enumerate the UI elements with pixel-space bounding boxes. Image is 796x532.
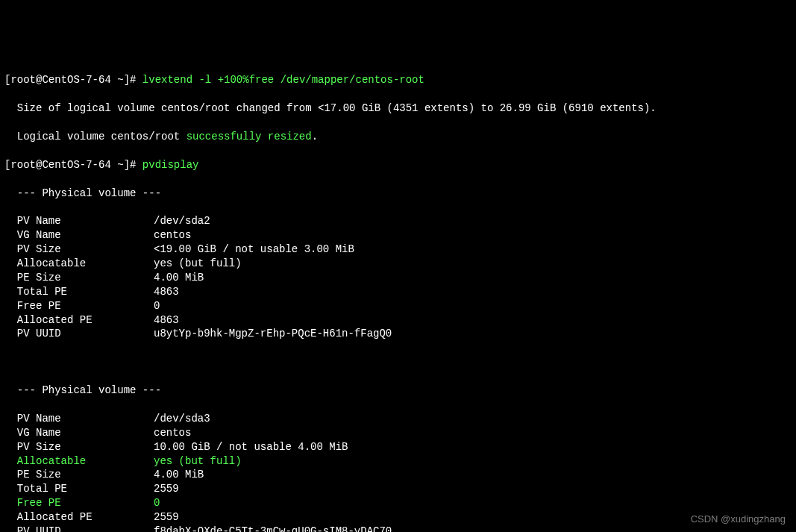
pv1-block: PV Name/dev/sda2 VG Namecentos PV Size<1… bbox=[4, 214, 792, 341]
pv-row: PV Name/dev/sda3 bbox=[4, 412, 792, 426]
pv-header: --- Physical volume --- bbox=[4, 384, 792, 398]
output-line: Logical volume centos/root bbox=[4, 131, 187, 143]
watermark: CSDN @xudingzhang bbox=[691, 513, 786, 526]
command-2: pvdisplay bbox=[142, 159, 199, 171]
shell-prompt: [root@CentOS-7-64 ~]# bbox=[4, 159, 136, 171]
pv-row: Allocatableyes (but full) bbox=[4, 454, 792, 469]
pv-row: Free PE0 bbox=[4, 496, 792, 510]
pv-row: VG Namecentos bbox=[4, 426, 792, 440]
pv-row: PV Name/dev/sda2 bbox=[4, 214, 792, 228]
pv-row: Allocated PE2559 bbox=[4, 510, 792, 525]
pv-row: PV UUIDu8ytYp-b9hk-MgpZ-rEhp-PQcE-H61n-f… bbox=[4, 327, 792, 341]
pv-row: PV Size10.00 GiB / not usable 4.00 MiB bbox=[4, 440, 792, 454]
pv-header: --- Physical volume --- bbox=[4, 187, 792, 201]
pv-row: Allocated PE4863 bbox=[4, 313, 792, 328]
pv-row: PV UUIDf8dahX-OXde-C5Tt-3mCw-qU0G-sIM8-y… bbox=[4, 525, 792, 532]
pv-row: Total PE2559 bbox=[4, 482, 792, 496]
pv-row: PE Size4.00 MiB bbox=[4, 271, 792, 285]
output-line: Size of logical volume centos/root chang… bbox=[4, 101, 792, 116]
pv-row: PE Size4.00 MiB bbox=[4, 468, 792, 482]
command-1: lvextend -l +100%free /dev/mapper/centos… bbox=[142, 74, 424, 86]
terminal-output: [root@CentOS-7-64 ~]# lvextend -l +100%f… bbox=[4, 60, 792, 532]
success-text: successfully resized bbox=[187, 131, 312, 143]
blank-line bbox=[4, 355, 792, 369]
pv-row: VG Namecentos bbox=[4, 228, 792, 242]
shell-prompt: [root@CentOS-7-64 ~]# bbox=[4, 74, 136, 86]
pv-row: Allocatableyes (but full) bbox=[4, 257, 792, 271]
pv2-block: PV Name/dev/sda3 VG Namecentos PV Size10… bbox=[4, 412, 792, 532]
pv-row: Total PE4863 bbox=[4, 285, 792, 299]
pv-row: PV Size<19.00 GiB / not usable 3.00 MiB bbox=[4, 242, 792, 257]
pv-row: Free PE0 bbox=[4, 299, 792, 313]
